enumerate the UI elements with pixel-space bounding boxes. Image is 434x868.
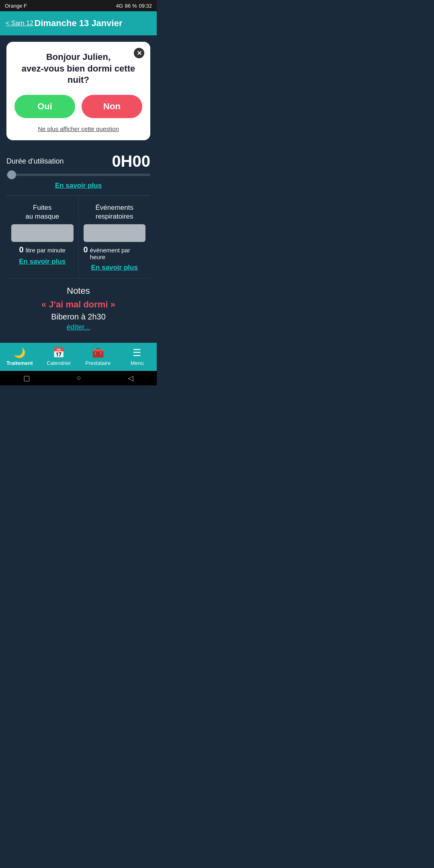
nav-item-calendrier[interactable]: 📅 Calendrier [39,343,79,371]
main-content: ✕ Bonjour Julien,avez-vous bien dormi ce… [0,35,157,343]
nav-label-prestataire: Prestataire [85,360,111,366]
evenements-learn-more[interactable]: En savoir plus [91,264,138,272]
sleep-dialog: ✕ Bonjour Julien,avez-vous bien dormi ce… [6,42,150,140]
bottom-nav: 🌙 Traitement 📅 Calendrier 🧰 Prestataire … [0,343,157,371]
system-nav-bar: ▢ ○ ◁ [0,371,157,385]
usage-row: Durée d'utilisation 0H00 [6,152,150,170]
menu-icon: ☰ [133,347,141,358]
evenements-title: Événementsrespiratoires [96,203,134,221]
provider-icon: 🧰 [92,347,104,358]
sys-circle-icon[interactable]: ○ [77,374,81,382]
status-right: 4G 86 % 09:32 [116,3,152,9]
stats-grid: Fuitesau masque 0 litre par minute En sa… [6,196,150,278]
usage-label: Durée d'utilisation [6,157,64,166]
status-bar: Orange F 4G 86 % 09:32 [0,0,157,11]
nav-label-menu: Menu [131,360,144,366]
dialog-buttons: Oui Non [14,95,142,118]
sys-square-icon[interactable]: ▢ [23,374,30,383]
nav-item-prestataire[interactable]: 🧰 Prestataire [78,343,118,371]
fuites-title: Fuitesau masque [25,203,59,221]
nav-item-menu[interactable]: ☰ Menu [118,343,157,371]
evenements-bar [84,224,146,242]
usage-slider-thumb[interactable] [7,170,16,179]
non-button[interactable]: Non [82,95,142,118]
nav-label-traitement: Traitement [6,360,33,366]
usage-learn-more[interactable]: En savoir plus [6,182,150,190]
nav-label-calendrier: Calendrier [47,360,71,366]
sys-back-icon[interactable]: ◁ [128,374,133,383]
oui-button[interactable]: Oui [14,95,75,118]
notes-title: Notes [6,286,150,296]
fuites-cell: Fuitesau masque 0 litre par minute En sa… [6,196,79,278]
notes-text: Biberon à 2h30 [6,312,150,321]
evenements-value: 0 [84,245,88,254]
notes-highlighted: « J'ai mal dormi » [6,299,150,310]
moon-icon: 🌙 [14,347,26,358]
evenements-unit: événement par heure [90,247,145,260]
nav-item-traitement[interactable]: 🌙 Traitement [0,343,39,371]
fuites-learn-more[interactable]: En savoir plus [19,258,66,266]
hide-question-link[interactable]: Ne plus afficher cette question [14,125,142,132]
usage-slider-track[interactable] [6,174,150,176]
fuites-unit: litre par minute [26,247,66,254]
notes-edit-link[interactable]: éditer... [66,323,90,331]
time-label: 09:32 [139,3,152,9]
back-button[interactable]: < Sam 12 [6,20,33,27]
usage-value: 0H00 [112,152,150,170]
signal-label: 4G [116,3,123,9]
page-title: Dimanche 13 Janvier [35,18,123,29]
close-button[interactable]: ✕ [133,47,145,59]
usage-section: Durée d'utilisation 0H00 En savoir plus [6,148,150,196]
battery-label: 86 % [125,3,137,9]
evenements-value-row: 0 événement par heure [84,245,146,260]
calendar-icon: 📅 [53,347,65,358]
fuites-bar [11,224,74,242]
dialog-question: Bonjour Julien,avez-vous bien dormi cett… [14,51,142,86]
carrier-label: Orange F [5,3,27,9]
fuites-value-row: 0 litre par minute [19,245,66,254]
evenements-cell: Événementsrespiratoires 0 événement par … [79,196,151,278]
notes-section: Notes « J'ai mal dormi » Biberon à 2h30 … [6,278,150,336]
header: < Sam 12 Dimanche 13 Janvier [0,11,157,35]
fuites-value: 0 [19,245,24,254]
